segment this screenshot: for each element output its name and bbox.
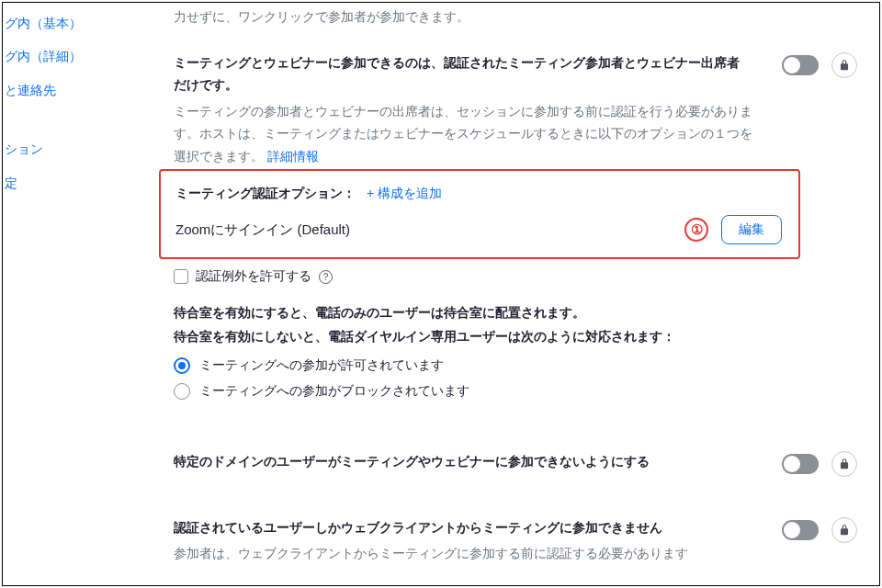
- edit-button[interactable]: 編集: [721, 215, 782, 244]
- allow-auth-exception-checkbox[interactable]: [174, 269, 188, 284]
- sidebar-item-detail[interactable]: グ内（詳細）: [5, 40, 95, 73]
- setting-desc-text: ミーティングの参加者とウェビナーの出席者は、セッションに参加する前に認証を行う必…: [174, 104, 752, 164]
- setting-title: 認証されているユーザーしかウェブクライアントからミーティングに参加できません: [174, 517, 688, 539]
- intro-desc-fragment: 力せずに、ワンクリックで参加者が参加できます。: [174, 6, 854, 27]
- help-icon[interactable]: ?: [319, 270, 333, 284]
- setting-auth-web-client: 認証されているユーザーしかウェブクライアントからミーティングに参加できません 参…: [174, 517, 854, 565]
- radio-block-join[interactable]: [174, 383, 190, 400]
- auth-options-highlight: ミーティング認証オプション： + 構成を追加 Zoomにサインイン (Defau…: [159, 169, 800, 259]
- radio-allow-join[interactable]: [174, 357, 190, 374]
- radio-allow-join-label: ミーティングへの参加が許可されています: [199, 357, 444, 374]
- waiting-room-note-1: 待合室を有効にすると、電話のみのユーザーは待合室に配置されます。: [174, 301, 854, 324]
- setting-desc: 参加者は、ウェブクライアントからミーティングに参加する前に認証する必要があります: [174, 542, 752, 565]
- lock-icon[interactable]: [831, 451, 857, 477]
- sidebar-item-contacts[interactable]: と連絡先: [5, 74, 95, 107]
- settings-sidebar: グ内（基本） グ内（詳細） と連絡先 ション 定: [3, 3, 95, 199]
- toggle-auth-only[interactable]: [782, 55, 819, 75]
- setting-desc: ミーティングの参加者とウェビナーの出席者は、セッションに参加する前に認証を行う必…: [174, 100, 752, 168]
- sidebar-item-option[interactable]: ション: [5, 132, 95, 165]
- toggle-block-domains[interactable]: [782, 454, 819, 474]
- plus-icon: +: [367, 186, 378, 200]
- setting-authenticated-users: ミーティングとウェビナーに参加できるのは、認証されたミーティング参加者とウェビナ…: [174, 52, 854, 399]
- lock-icon[interactable]: [831, 517, 857, 543]
- auth-default-option: Zoomにサインイン (Default): [175, 221, 350, 239]
- sidebar-item-basic[interactable]: グ内（基本）: [5, 6, 95, 40]
- waiting-room-note-2: 待合室を有効にしないと、電話ダイヤルイン専用ユーザーは次のように対応されます：: [174, 325, 854, 348]
- add-config-button[interactable]: + 構成を追加: [367, 186, 442, 202]
- auth-options-heading: ミーティング認証オプション：: [175, 186, 356, 202]
- main-content: 力せずに、ワンクリックで参加者が参加できます。 ミーティングとウェビナーに参加で…: [174, 6, 854, 586]
- radio-block-join-label: ミーティングへの参加がブロックされています: [199, 383, 469, 400]
- allow-auth-exception-label: 認証例外を許可する: [196, 268, 311, 285]
- setting-block-domains: 特定のドメインのユーザーがミーティングやウェビナーに参加できないようにする: [174, 451, 854, 473]
- setting-title: ミーティングとウェビナーに参加できるのは、認証されたミーティング参加者とウェビナ…: [174, 52, 743, 96]
- sidebar-item-settings[interactable]: 定: [5, 166, 95, 199]
- add-config-label: 構成を追加: [378, 186, 442, 200]
- more-info-link[interactable]: 詳細情報: [267, 149, 319, 164]
- callout-marker-1: ①: [684, 218, 708, 242]
- toggle-auth-web[interactable]: [782, 520, 819, 540]
- lock-icon[interactable]: [831, 52, 857, 78]
- setting-title: 特定のドメインのユーザーがミーティングやウェビナーに参加できないようにする: [174, 451, 688, 473]
